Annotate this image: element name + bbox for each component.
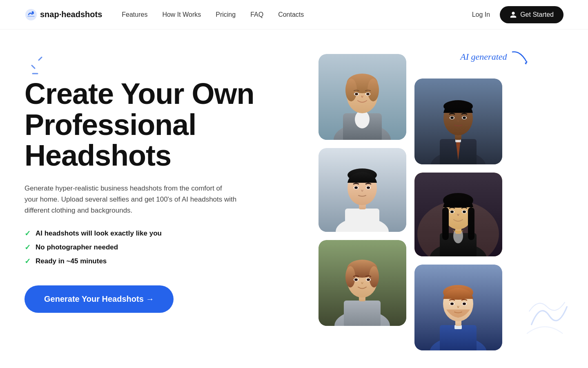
hero-photos: AI generated [302,54,564,350]
feature-list: ✓ AI headshots will look exactly like yo… [24,229,302,266]
photo-card-woman-1 [318,54,406,140]
photo-card-man-1 [414,79,502,164]
svg-point-37 [354,278,358,281]
check-icon-1: ✓ [24,229,31,238]
nav-how-it-works[interactable]: How It Works [162,11,201,18]
photo-card-woman-3 [318,240,406,326]
svg-point-25 [354,186,358,189]
feature-text-1: AI headshots will look exactly like you [36,229,162,238]
logo-icon [24,8,38,21]
feature-text-3: Ready in ~45 minutes [36,257,107,265]
person-svg-4 [414,173,502,256]
person-svg-3 [318,148,406,232]
logo-text: snap·headshots [40,10,102,19]
feature-item-2: ✓ No photographer needed [24,243,302,252]
hero-description: Generate hyper-realistic business headsh… [24,183,237,216]
svg-point-17 [366,93,370,95]
cta-generate-button[interactable]: Generate Your Headshots → [24,285,174,313]
svg-point-35 [369,266,379,287]
ai-annotation: AI generated [460,50,531,66]
svg-point-51 [463,117,466,119]
ai-arrow-icon [510,50,531,66]
nav-features[interactable]: Features [122,11,147,18]
svg-point-15 [355,93,358,95]
svg-point-27 [367,186,370,189]
photo-card-man-3 [414,265,502,350]
check-icon-2: ✓ [24,243,31,252]
feature-item-1: ✓ AI headshots will look exactly like yo… [24,229,302,238]
user-icon [510,11,517,18]
photo-card-man-2 [318,148,406,232]
person-svg-2 [414,79,502,164]
nav-links: Features How It Works Pricing FAQ Contac… [122,11,304,18]
svg-point-63 [450,211,454,213]
svg-point-65 [463,211,466,213]
hero-section: Create Your Own Professional Headshots G… [0,29,588,368]
check-icon-3: ✓ [24,257,31,266]
svg-rect-61 [468,207,474,240]
svg-rect-60 [442,207,449,240]
svg-point-1 [32,11,34,13]
svg-point-34 [345,266,355,287]
login-button[interactable]: Log In [472,11,490,18]
svg-point-0 [25,9,37,20]
person-svg-1 [318,54,406,140]
hero-title: Create Your Own Professional Headshots [24,79,302,171]
svg-point-39 [367,278,370,281]
svg-line-3 [32,65,35,68]
logo[interactable]: snap·headshots [24,8,102,21]
nav-contacts[interactable]: Contacts [278,11,304,18]
photo-column-1 [318,54,406,350]
feature-text-2: No photographer needed [36,243,118,251]
nav-pricing[interactable]: Pricing [216,11,236,18]
photo-column-2 [414,54,502,350]
person-svg-6 [414,265,502,350]
get-started-button[interactable]: Get Started [500,6,564,23]
svg-point-74 [450,303,454,305]
feature-item-3: ✓ Ready in ~45 minutes [24,257,302,266]
decorative-lines [24,54,57,87]
photo-card-woman-2 [414,173,502,256]
svg-point-76 [463,303,466,305]
navbar: snap·headshots Features How It Works Pri… [0,0,588,29]
svg-line-2 [39,57,42,60]
nav-right: Log In Get Started [472,6,564,23]
nav-left: snap·headshots Features How It Works Pri… [24,8,304,21]
ai-annotation-text: AI generated [460,52,507,62]
svg-rect-20 [345,209,379,232]
decorative-scribble [523,289,576,342]
svg-rect-30 [344,301,381,326]
svg-point-49 [450,117,454,119]
nav-faq[interactable]: FAQ [250,11,263,18]
person-svg-5 [318,240,406,326]
hero-left: Create Your Own Professional Headshots G… [24,54,302,313]
